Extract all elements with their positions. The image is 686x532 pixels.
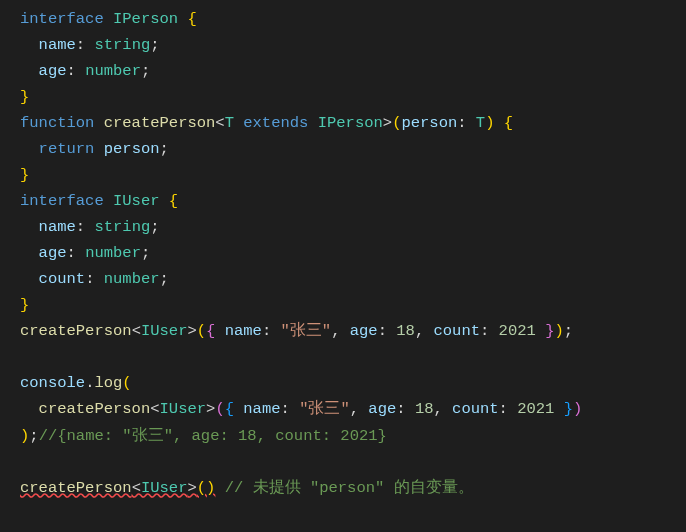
token-op: < (150, 400, 159, 418)
code-line[interactable]: name: string; (20, 214, 678, 240)
token-op (234, 400, 243, 418)
token-op: ; (141, 244, 150, 262)
token-op (20, 244, 39, 262)
token-op (20, 400, 39, 418)
token-op: : (396, 400, 415, 418)
token-var: console (20, 374, 85, 392)
token-op: : (67, 62, 86, 80)
token-op: : (76, 218, 95, 236)
code-line[interactable]: return person; (20, 136, 678, 162)
token-type: number (104, 270, 160, 288)
token-op: , (433, 400, 452, 418)
token-num: 2021 (499, 322, 536, 340)
token-type: number (85, 244, 141, 262)
token-type: number (85, 62, 141, 80)
token-brace3: } (564, 400, 573, 418)
token-var: count (433, 322, 480, 340)
token-op: ; (160, 270, 169, 288)
token-op (494, 114, 503, 132)
token-op (215, 479, 224, 497)
token-op: > (187, 322, 196, 340)
token-op (20, 36, 39, 54)
code-line[interactable]: } (20, 162, 678, 188)
code-line[interactable]: age: number; (20, 240, 678, 266)
token-type: string (94, 218, 150, 236)
token-fn: createPerson (20, 322, 132, 340)
token-brace: ( (197, 479, 206, 497)
code-line[interactable]: name: string; (20, 32, 678, 58)
token-brace2: ) (573, 400, 582, 418)
token-op: , (331, 322, 350, 340)
token-op: ; (150, 218, 159, 236)
token-op (215, 322, 224, 340)
token-op: ; (160, 140, 169, 158)
token-fn: log (94, 374, 122, 392)
token-var: age (39, 62, 67, 80)
token-op (20, 218, 39, 236)
token-op: > (206, 400, 215, 418)
token-op: : (262, 322, 281, 340)
code-line[interactable]: interface IPerson { (20, 6, 678, 32)
token-op (554, 400, 563, 418)
token-brace2: { (206, 322, 215, 340)
token-num: 18 (396, 322, 415, 340)
code-line[interactable]: );//{name: "张三", age: 18, count: 2021} (20, 423, 678, 449)
token-brace: ( (197, 322, 206, 340)
token-fn: createPerson<IUser>() (20, 479, 215, 497)
token-brace: { (504, 114, 513, 132)
token-type: T (225, 114, 244, 132)
token-var: count (452, 400, 499, 418)
token-op: : (480, 322, 499, 340)
token-type: IUser (141, 322, 188, 340)
code-line[interactable]: interface IUser { (20, 188, 678, 214)
token-str: "张三" (281, 322, 332, 340)
token-op: ; (141, 62, 150, 80)
token-brace: ) (554, 322, 563, 340)
token-op (20, 140, 39, 158)
code-line[interactable]: count: number; (20, 266, 678, 292)
code-editor-content[interactable]: interface IPerson { name: string; age: n… (0, 0, 686, 507)
token-op (20, 270, 39, 288)
token-op: < (132, 322, 141, 340)
token-type: IUser (160, 400, 207, 418)
token-type: IUser (141, 479, 188, 497)
code-line[interactable]: console.log( (20, 370, 678, 396)
code-line[interactable] (20, 344, 678, 370)
token-op (20, 62, 39, 80)
token-str: "张三" (299, 400, 350, 418)
code-line[interactable]: } (20, 292, 678, 318)
token-op (20, 453, 29, 471)
token-op: : (85, 270, 104, 288)
token-op (20, 348, 29, 366)
token-brace: } (20, 166, 29, 184)
code-line[interactable]: age: number; (20, 58, 678, 84)
token-op: < (132, 479, 141, 497)
token-op: : (281, 400, 300, 418)
token-var: age (368, 400, 396, 418)
token-com: // 未提供 "person" 的自变量。 (225, 479, 474, 497)
code-line[interactable]: function createPerson<T extends IPerson>… (20, 110, 678, 136)
code-line[interactable]: createPerson<IUser>({ name: "张三", age: 1… (20, 318, 678, 344)
token-op: : (378, 322, 397, 340)
token-op: < (215, 114, 224, 132)
token-num: 18 (415, 400, 434, 418)
token-brace: ) (20, 427, 29, 445)
token-type: T (476, 114, 485, 132)
token-type: string (94, 36, 150, 54)
code-line[interactable]: } (20, 84, 678, 110)
code-line[interactable] (20, 449, 678, 475)
token-op: ; (29, 427, 38, 445)
token-var: name (39, 218, 76, 236)
code-line[interactable]: createPerson<IUser>() // 未提供 "person" 的自… (20, 475, 678, 501)
token-brace3: { (225, 400, 234, 418)
token-brace2: ( (215, 400, 224, 418)
token-op: > (187, 479, 196, 497)
token-op: , (350, 400, 369, 418)
token-com: //{name: "张三", age: 18, count: 2021} (39, 427, 387, 445)
token-var: count (39, 270, 86, 288)
token-var: age (39, 244, 67, 262)
token-op: : (499, 400, 518, 418)
code-line[interactable]: createPerson<IUser>({ name: "张三", age: 1… (20, 396, 678, 422)
token-brace: { (187, 10, 196, 28)
token-brace: ( (122, 374, 131, 392)
